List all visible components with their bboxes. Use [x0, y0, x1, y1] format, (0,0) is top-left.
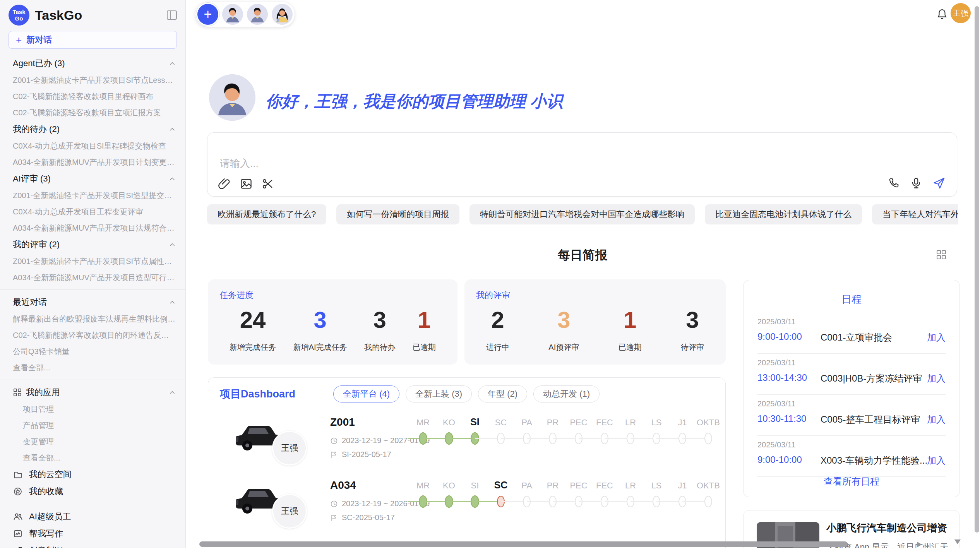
- logo-line-1: Task: [12, 9, 25, 15]
- recent-conversation-item[interactable]: 解释最新出台的欧盟报废车法规再生塑料比例被调至15%...: [0, 311, 185, 327]
- scroll-right-arrow[interactable]: [917, 542, 922, 547]
- stat-label: 新增完成任务: [230, 342, 276, 353]
- dashboard-tab[interactable]: 全新上装 (3): [406, 385, 472, 402]
- attach-image-icon[interactable]: [240, 178, 252, 190]
- recent-conversation-item[interactable]: 公司Q3轻卡销量: [0, 343, 185, 360]
- collapse-sidebar-icon[interactable]: [166, 10, 178, 21]
- sidebar-item[interactable]: A034-全新新能源MUV产品开发项目计划变更表编写: [0, 154, 185, 170]
- add-session-button[interactable]: +: [197, 4, 218, 25]
- composer-attachments: [218, 178, 274, 190]
- suggestion-chip[interactable]: 欧洲新规最近颁布了什么?: [207, 204, 326, 224]
- schedule-time: 10:30-11:30: [757, 413, 806, 424]
- sidebar-tool[interactable]: 帮我写作: [0, 525, 185, 542]
- user-avatar[interactable]: 王强: [951, 3, 971, 23]
- chevron-up-icon: [168, 389, 176, 396]
- sidebar-item[interactable]: C02-飞腾新能源轻客改款项目立项汇报方案: [0, 104, 185, 121]
- dashboard-tabs: 全新平台 (4)全新上装 (3)年型 (2)动总开发 (1): [333, 385, 606, 402]
- vertical-scrollbar[interactable]: [975, 6, 979, 533]
- view-all-schedule-link[interactable]: 查看所有日程: [744, 475, 959, 488]
- new-chat-label: 新对话: [26, 34, 52, 46]
- briefing-layout-icon[interactable]: [936, 249, 947, 262]
- schedule-time: 13:00-14:30: [757, 372, 807, 383]
- stat-label: 我的待办: [364, 342, 395, 353]
- plus-icon: +: [16, 34, 22, 46]
- sidebar-item[interactable]: A034-全新新能源MUV产品开发项目造型可行性评审: [0, 269, 185, 286]
- voice-call-icon[interactable]: [888, 177, 899, 189]
- screenshot-scissors-icon[interactable]: [262, 178, 274, 190]
- milestone-label: OKTB: [697, 481, 720, 491]
- attach-file-icon[interactable]: [218, 178, 231, 190]
- sidebar-link[interactable]: 我的收藏: [0, 483, 185, 500]
- stat-value: 3: [293, 307, 347, 333]
- send-icon[interactable]: [933, 177, 945, 189]
- suggestion-chip[interactable]: 当下年轻人对汽车外观有怎样的喜好趋势: [872, 204, 958, 224]
- sidebar-item[interactable]: Z001-全新燃油皮卡产品开发项目SI节点Lesson Learn报告: [0, 72, 185, 88]
- notification-bell-icon[interactable]: [937, 9, 947, 22]
- chat-input[interactable]: 请输入...: [207, 132, 957, 197]
- milestone-label: PEC: [570, 418, 587, 428]
- join-meeting-link[interactable]: 加入: [927, 331, 946, 344]
- microphone-icon[interactable]: [910, 177, 922, 189]
- milestone-label: FEC: [596, 418, 613, 428]
- app-item[interactable]: 项目管理: [0, 401, 185, 417]
- stat-value: 2: [486, 307, 509, 333]
- view-all-conversations-link[interactable]: 查看全部...: [0, 360, 185, 376]
- session-avatar-2[interactable]: [247, 4, 268, 25]
- sidebar-link[interactable]: 我的云空间: [0, 466, 185, 483]
- milestone-label: J1: [678, 481, 687, 491]
- my-apps-header[interactable]: 我的应用: [0, 384, 185, 401]
- join-meeting-link[interactable]: 加入: [927, 372, 946, 385]
- suggestion-chip[interactable]: 特朗普可能对进口汽车增税会对中国车企造成哪些影响: [469, 204, 695, 224]
- flag-icon: [330, 451, 338, 459]
- sidebar-item[interactable]: C0X4-动力总成开发项目工程变更评审: [0, 204, 185, 220]
- milestone-label: MR: [416, 481, 430, 491]
- project-code[interactable]: A034: [330, 479, 356, 491]
- schedule-title: 日程: [744, 293, 959, 306]
- schedule-date: 2025/03/11: [757, 399, 796, 408]
- sidebar-storage: 我的云空间我的收藏: [0, 466, 185, 500]
- milestone-dot[interactable]: [704, 433, 712, 444]
- sidebar-tools: AI超级员工帮我写作创意制图: [0, 508, 185, 548]
- session-avatar-3[interactable]: [272, 4, 293, 25]
- dashboard-tab[interactable]: 动总开发 (1): [533, 385, 600, 402]
- new-chat-button[interactable]: + 新对话: [9, 31, 177, 49]
- session-avatar-1[interactable]: [222, 4, 243, 25]
- schedule-item: 2025/03/1110:30-11:30C005-整车工程目标评审加入: [757, 395, 946, 436]
- sidebar-tool[interactable]: AI超级员工: [0, 508, 185, 525]
- recent-conversation-item[interactable]: C02-飞腾新能源轻客改款项目的闭环通告反馈情况: [0, 327, 185, 343]
- milestone-label: SC: [495, 418, 507, 428]
- sidebar-item[interactable]: C0X4-动力总成开发项目SI里程碑提交物检查: [0, 138, 185, 154]
- milestone-track: MRKOSISCPAPRPECFECLRLSJ1OKTB: [419, 414, 725, 461]
- sidebar-section-header[interactable]: AI评审 (3): [0, 170, 185, 187]
- join-meeting-link[interactable]: 加入: [927, 413, 946, 426]
- milestone-dot[interactable]: [704, 496, 712, 507]
- suggestion-chip[interactable]: 如何写一份清晰的项目周报: [336, 204, 459, 224]
- schedule-list: 2025/03/119:00-10:00C001-立项审批会加入2025/03/…: [757, 313, 946, 477]
- schedule-item: 2025/03/119:00-10:00C001-立项审批会加入: [757, 313, 946, 354]
- app-item[interactable]: 产品管理: [0, 417, 185, 433]
- sidebar-item[interactable]: C02-飞腾新能源轻客改款项目里程碑画布: [0, 88, 185, 104]
- sidebar-tool[interactable]: 创意制图: [0, 542, 185, 548]
- sidebar-item[interactable]: Z001-全新燃油轻卡产品开发项目SI造型提交物评审: [0, 187, 185, 204]
- view-all-apps-link[interactable]: 查看全部...: [0, 450, 185, 466]
- project-row: 王强A0342023-12-19 ~ 2026-01-19SC-2025-05-…: [208, 478, 725, 541]
- sidebar-item[interactable]: Z001-全新燃油轻卡产品开发项目SI节点属性5D文件评审: [0, 253, 185, 269]
- task-progress-stats: 24新增完成任务3新增AI完成任务3我的待办1已逾期: [208, 307, 457, 353]
- suggestion-chip[interactable]: 比亚迪全固态电池计划具体说了什么: [705, 204, 862, 224]
- scroll-down-arrow[interactable]: [954, 539, 961, 544]
- sidebar-recent-label: 最近对话: [13, 296, 168, 308]
- stat-value: 3: [548, 307, 579, 333]
- sidebar-recent-header[interactable]: 最近对话: [0, 294, 185, 311]
- join-meeting-link[interactable]: 加入: [927, 454, 946, 467]
- dashboard-tab[interactable]: 年型 (2): [478, 385, 527, 402]
- milestone-label: PR: [547, 481, 559, 491]
- project-code[interactable]: Z001: [330, 416, 355, 428]
- app-item[interactable]: 变更管理: [0, 433, 185, 450]
- sidebar-section-header[interactable]: 我的评审 (2): [0, 236, 185, 253]
- dashboard-tab[interactable]: 全新平台 (4): [333, 385, 399, 402]
- chevron-up-icon: [168, 241, 176, 248]
- horizontal-scrollbar[interactable]: [199, 541, 848, 547]
- sidebar-item[interactable]: A034-全新新能源MUV产品开发项目法规符合性评审: [0, 220, 185, 236]
- sidebar-section-header[interactable]: 我的待办 (2): [0, 121, 185, 138]
- sidebar-section-header[interactable]: Agent已办 (3): [0, 55, 185, 72]
